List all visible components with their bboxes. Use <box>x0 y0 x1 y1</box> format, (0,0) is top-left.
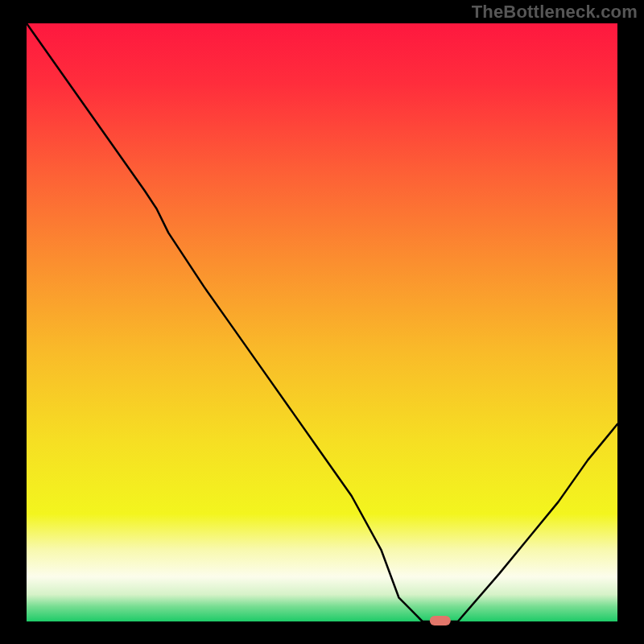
plot-background <box>27 23 617 621</box>
optimal-marker <box>430 616 451 625</box>
attribution-label: TheBottleneck.com <box>472 2 638 23</box>
chart-container: TheBottleneck.com <box>0 0 644 644</box>
bottleneck-chart <box>0 0 644 644</box>
